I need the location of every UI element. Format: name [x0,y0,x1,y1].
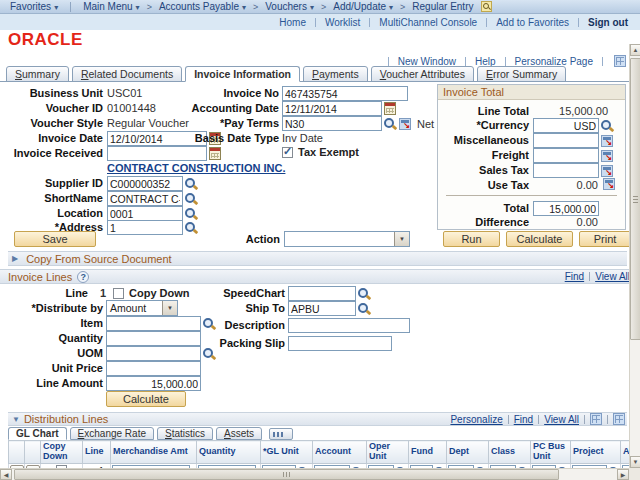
tab-invoice-information[interactable]: Invoice Information [185,66,300,82]
currency-input[interactable] [533,118,599,133]
copy-url-icon[interactable] [614,55,626,67]
grid-tab-exchange-rate[interactable]: Exchange Rate [70,427,154,440]
address-input[interactable] [107,220,183,235]
favorites-menu[interactable]: Favorites▾ [6,1,62,12]
search-icon[interactable] [481,1,492,12]
grid-tab-gl-chart[interactable]: GL Chart [8,427,67,440]
save-button[interactable]: Save [14,231,96,247]
find-link[interactable]: Find [565,271,584,282]
add-to-favorites-link[interactable]: Add to Favorites [494,17,571,28]
vertical-scroll-thumb[interactable] [630,58,640,340]
accounting-date-input[interactable] [282,101,382,116]
breadcrumb-add-update[interactable]: Add/Update▾ [329,1,397,12]
location-input[interactable] [107,206,183,221]
lookup-icon[interactable] [185,207,198,220]
new-window-link[interactable]: New Window [396,56,458,67]
personalize-link[interactable]: Personalize [450,414,502,425]
right-arrow-icon: ▶ [621,471,626,478]
home-link[interactable]: Home [277,17,308,28]
total-input[interactable] [533,201,599,216]
view-all-link[interactable]: View All [544,414,579,425]
lookup-icon[interactable] [601,119,614,132]
copy-down-checkbox[interactable] [113,288,124,299]
scroll-up-button[interactable]: ▲ [630,44,640,56]
transfer-icon[interactable] [601,165,613,177]
calendar-icon[interactable] [384,102,396,115]
scroll-left-button[interactable]: ◀ [0,469,12,480]
calendar-icon[interactable] [209,147,221,160]
scroll-right-button[interactable]: ▶ [617,469,629,480]
main-menu[interactable]: Main Menu▾ [79,1,143,12]
tab-related-documents[interactable]: Related Documents [72,66,182,82]
personalize-page-link[interactable]: Personalize Page [513,56,595,67]
expanded-arrow-icon[interactable]: ▼ [12,415,20,424]
component-tabs: Summary Related Documents Invoice Inform… [0,67,632,82]
transfer-icon[interactable] [601,135,613,147]
help-icon[interactable]: ? [77,271,89,283]
action-label: Action [180,233,280,246]
horizontal-scrollbar[interactable]: ◀ ▶ [0,468,629,480]
tab-error-summary[interactable]: Error Summary [477,66,566,82]
collapsed-arrow-icon[interactable]: ▶ [12,254,18,263]
shortname-input[interactable] [107,191,183,206]
transfer-icon[interactable] [399,118,411,130]
up-arrow-icon: ▲ [633,47,639,53]
grid-tab-assets[interactable]: Assets [216,427,262,440]
line-calculate-button[interactable]: Calculate [106,391,186,407]
description-input[interactable] [288,318,410,333]
multichannel-console-link[interactable]: MultiChannel Console [377,17,479,28]
tab-summary[interactable]: Summary [6,66,69,82]
run-button[interactable]: Run [443,231,500,247]
view-all-link[interactable]: View All [595,271,630,282]
help-link[interactable]: Help [473,56,498,67]
speedchart-input[interactable] [288,286,356,301]
tab-voucher-attributes[interactable]: Voucher Attributes [371,66,474,82]
grid-tab-statistics[interactable]: Statistics [157,427,213,440]
col-account: Account [313,441,367,464]
breadcrumb-accounts-payable[interactable]: Accounts Payable▾ [155,1,250,12]
transfer-icon[interactable] [601,150,613,162]
description-label: Description [182,319,285,332]
lookup-icon[interactable] [358,302,371,315]
print-button[interactable]: Print [579,231,631,247]
difference-value: 0.00 [533,216,598,229]
breadcrumb-regular-entry[interactable]: Regular Entry [408,1,477,12]
ship-to-input[interactable] [288,301,356,316]
lookup-icon[interactable] [358,287,371,300]
action-select[interactable]: ▼ [284,231,410,247]
download-icon[interactable] [590,413,602,425]
left-arrow-icon: ◀ [4,471,9,478]
separator [465,57,466,66]
transfer-icon[interactable] [603,178,615,190]
lookup-icon[interactable] [185,192,198,205]
tab-payments[interactable]: Payments [303,66,368,82]
worklist-link[interactable]: Worklist [323,17,362,28]
sales-tax-input[interactable] [533,163,599,178]
lookup-icon[interactable] [185,177,198,190]
popup-window-icon[interactable] [613,413,625,425]
packing-slip-input[interactable] [288,336,392,351]
copy-from-source-section[interactable]: ▶ Copy From Source Document [8,251,627,266]
horizontal-scroll-thumb[interactable] [14,469,559,480]
line-amount-input[interactable] [106,376,201,391]
sign-out-link[interactable]: Sign out [586,17,630,28]
distribute-by-select[interactable]: Amount ▼ [106,300,178,316]
supplier-name-link[interactable]: CONTRACT CONSTRUCTION INC. [107,162,285,175]
vertical-scrollbar[interactable]: ▲ ▼ [629,44,640,468]
show-all-columns-icon[interactable] [269,428,293,440]
miscellaneous-input[interactable] [533,133,599,148]
voucher-id-label: Voucher ID [0,102,103,115]
calculate-button[interactable]: Calculate [506,231,573,247]
find-link[interactable]: Find [514,414,533,425]
breadcrumb-vouchers[interactable]: Vouchers▾ [261,1,318,12]
supplier-id-input[interactable] [107,176,183,191]
unit-price-input[interactable] [106,361,201,376]
freight-input[interactable] [533,148,599,163]
tax-exempt-checkbox[interactable] [282,147,293,158]
scroll-down-button[interactable]: ▼ [630,456,640,468]
distribution-lines-header: ▼ Distribution Lines Personalize Find Vi… [8,412,627,426]
lookup-icon[interactable] [384,117,397,130]
invoice-received-input[interactable] [107,146,207,161]
invoice-no-input[interactable] [282,86,408,101]
pay-terms-input[interactable] [282,116,382,131]
